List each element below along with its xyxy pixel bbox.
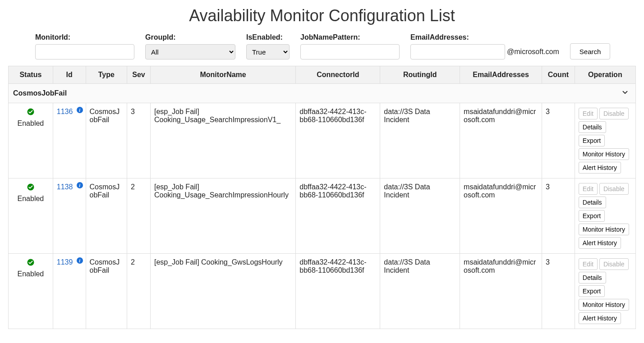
sev-cell: 3: [127, 103, 151, 178]
monitorname-cell: [esp_Job Fail] Cooking_GwsLogsHourly: [150, 254, 295, 329]
type-cell: CosmosJobFail: [86, 254, 127, 329]
connectorid-cell: dbffaa32-4422-413c-bb68-110660bd136f: [296, 254, 380, 329]
info-icon[interactable]: i: [77, 107, 83, 113]
routingid-cell: data://3S Data Incident: [380, 254, 460, 329]
connectorid-cell: dbffaa32-4422-413c-bb68-110660bd136f: [296, 103, 380, 178]
monitor-id-input[interactable]: [35, 44, 134, 59]
email-cell: msaidatafunddri@microsoft.com: [460, 103, 542, 178]
edit-button[interactable]: Edit: [579, 258, 598, 270]
details-button[interactable]: Details: [579, 272, 606, 284]
chevron-down-icon[interactable]: [621, 88, 629, 98]
type-cell: CosmosJobFail: [86, 103, 127, 178]
group-id-select[interactable]: All: [145, 44, 235, 59]
count-cell: 3: [542, 103, 575, 178]
status-enabled-icon: [27, 185, 35, 192]
col-status[interactable]: Status: [9, 66, 53, 84]
search-button[interactable]: Search: [570, 43, 611, 59]
monitor-history-button[interactable]: Monitor History: [579, 148, 629, 160]
col-count[interactable]: Count: [542, 66, 575, 84]
monitor-table: Status Id Type Sev MonitorName Connector…: [8, 66, 636, 329]
routingid-cell: data://3S Data Incident: [380, 103, 460, 178]
jobname-input[interactable]: [300, 44, 400, 59]
disable-button[interactable]: Disable: [599, 183, 629, 195]
status-enabled-icon: [27, 260, 35, 268]
status-enabled-icon: [27, 110, 35, 117]
alert-history-button[interactable]: Alert History: [579, 312, 621, 324]
routingid-cell: data://3S Data Incident: [380, 178, 460, 254]
type-cell: CosmosJobFail: [86, 178, 127, 254]
id-link[interactable]: 1139: [57, 258, 73, 266]
table-row: Enabled i 1136 CosmosJobFail 3 [esp_Job …: [9, 103, 636, 178]
isenabled-label: IsEnabled:: [246, 33, 290, 41]
group-name: CosmosJobFail: [13, 89, 67, 97]
page-title: Availability Monitor Configuration List: [8, 6, 636, 25]
col-operation[interactable]: Operation: [575, 66, 635, 84]
filter-bar: MonitorId: GroupId: All IsEnabled: True …: [8, 33, 636, 66]
sev-cell: 2: [127, 254, 151, 329]
monitorname-cell: [esp_Job Fail] Cooking_Usage_SearchImpre…: [150, 178, 295, 254]
export-button[interactable]: Export: [579, 135, 605, 146]
count-cell: 3: [542, 178, 575, 254]
status-text: Enabled: [12, 119, 49, 128]
connectorid-cell: dbffaa32-4422-413c-bb68-110660bd136f: [296, 178, 380, 254]
info-icon[interactable]: i: [77, 257, 83, 264]
isenabled-select[interactable]: True: [246, 44, 290, 59]
jobname-label: JobNamePattern:: [300, 33, 400, 41]
alert-history-button[interactable]: Alert History: [579, 162, 621, 174]
edit-button[interactable]: Edit: [579, 183, 598, 195]
id-link[interactable]: 1136: [57, 108, 73, 115]
edit-button[interactable]: Edit: [579, 108, 598, 119]
count-cell: 3: [542, 254, 575, 329]
details-button[interactable]: Details: [579, 197, 606, 208]
monitorname-cell: [esp_Job Fail] Cooking_Usage_SearchImpre…: [150, 103, 295, 178]
monitor-history-button[interactable]: Monitor History: [579, 224, 629, 235]
col-routingid[interactable]: RoutingId: [380, 66, 460, 84]
disable-button[interactable]: Disable: [599, 108, 629, 119]
status-text: Enabled: [12, 195, 49, 203]
alert-history-button[interactable]: Alert History: [579, 237, 621, 249]
email-label: EmailAddresses:: [410, 33, 559, 41]
id-link[interactable]: 1138: [57, 183, 73, 191]
info-icon[interactable]: i: [77, 182, 83, 188]
export-button[interactable]: Export: [579, 285, 605, 297]
col-connectorid[interactable]: ConnectorId: [296, 66, 380, 84]
group-id-label: GroupId:: [145, 33, 235, 41]
details-button[interactable]: Details: [579, 121, 606, 133]
col-emailaddresses[interactable]: EmailAddresses: [460, 66, 542, 84]
monitor-history-button[interactable]: Monitor History: [579, 299, 629, 311]
col-id[interactable]: Id: [53, 66, 86, 84]
col-sev[interactable]: Sev: [127, 66, 151, 84]
sev-cell: 2: [127, 178, 151, 254]
export-button[interactable]: Export: [579, 210, 605, 222]
table-row: Enabled i 1138 CosmosJobFail 2 [esp_Job …: [9, 178, 636, 254]
email-suffix: @microsoft.com: [507, 48, 559, 56]
email-cell: msaidatafunddri@microsoft.com: [460, 178, 542, 254]
email-input[interactable]: [410, 44, 505, 59]
monitor-id-label: MonitorId:: [35, 33, 134, 41]
email-cell: msaidatafunddri@microsoft.com: [460, 254, 542, 329]
status-text: Enabled: [12, 270, 49, 278]
table-row: Enabled i 1139 CosmosJobFail 2 [esp_Job …: [9, 254, 636, 329]
disable-button[interactable]: Disable: [599, 258, 629, 270]
col-type[interactable]: Type: [86, 66, 127, 84]
col-monitorname[interactable]: MonitorName: [150, 66, 295, 84]
group-row[interactable]: CosmosJobFail: [9, 84, 636, 103]
